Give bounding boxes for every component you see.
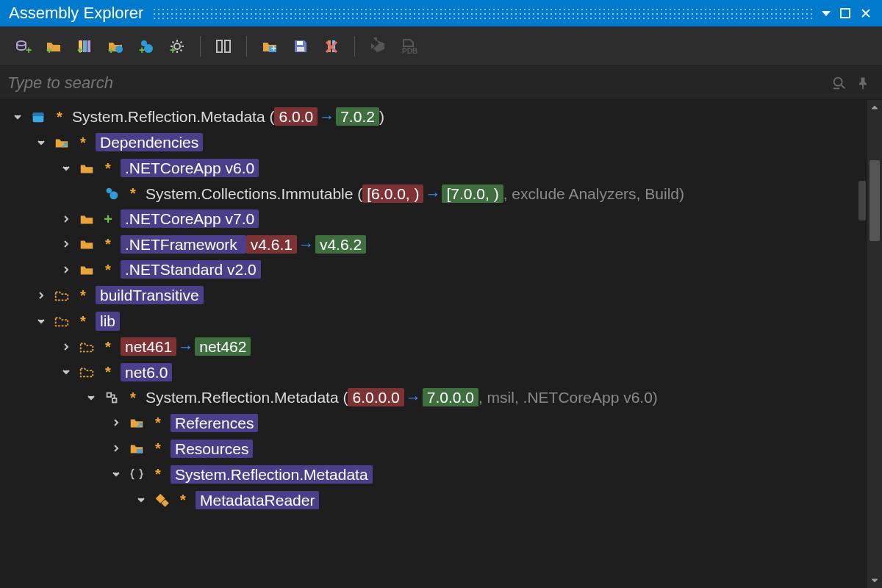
svg-text:+: +: [170, 44, 176, 55]
chevron-down-icon[interactable]: [85, 392, 97, 404]
svg-text:+: +: [26, 44, 32, 55]
search-bar: [0, 66, 882, 100]
scrollbar-thumb[interactable]: [870, 160, 880, 241]
open-settings-button[interactable]: +: [165, 34, 190, 59]
tree-row-netstandard[interactable]: * .NETStandard v2.0: [3, 257, 882, 282]
chevron-down-icon[interactable]: [110, 468, 122, 480]
minimap-indicator: [858, 181, 866, 220]
modified-mark-icon: *: [126, 390, 140, 406]
tree-row-assembly[interactable]: * System.Reflection.Metadata (6.0.0.0→7.…: [3, 385, 882, 410]
tree-row-immutable-dep[interactable]: * System.Collections.Immutable ([6.0.0, …: [3, 181, 882, 206]
scroll-down-button[interactable]: [867, 573, 882, 588]
chevron-down-icon[interactable]: [35, 137, 47, 148]
svg-point-8: [115, 46, 123, 53]
tree-row-netframework[interactable]: * .NETFramework v4.6.1→v4.6.2: [3, 232, 882, 257]
toolbar-separator: [246, 36, 247, 57]
chevron-right-icon[interactable]: [60, 238, 72, 250]
tree-row-dependencies[interactable]: * Dependencies: [3, 129, 882, 155]
chevron-right-icon[interactable]: [35, 290, 47, 301]
tree-row-resources[interactable]: * Resources: [3, 436, 882, 462]
tree-row-references[interactable]: * References: [3, 410, 882, 436]
tree-view[interactable]: * System.Reflection.Metadata (6.0.0→7.0.…: [0, 100, 882, 588]
tree-row-net6[interactable]: * net6.0: [3, 359, 882, 385]
chevron-down-icon[interactable]: [35, 315, 47, 327]
node-label: net6.0: [121, 363, 172, 381]
node-label: net461→net462: [121, 338, 251, 355]
tree-row-root[interactable]: * System.Reflection.Metadata (6.0.0→7.0.…: [3, 104, 882, 129]
open-package-stack-button[interactable]: +: [72, 34, 97, 59]
node-label: .NETCoreApp v6.0: [121, 159, 259, 177]
tree-row-metadatareader[interactable]: * MetadataReader: [3, 487, 882, 513]
nuget-icon: [103, 184, 121, 202]
remove-button[interactable]: [319, 34, 344, 59]
search-options-icon[interactable]: [828, 71, 851, 95]
chevron-down-icon[interactable]: [60, 162, 72, 174]
modified-mark-icon: *: [101, 364, 115, 380]
node-label: .NETFramework v4.6.1→v4.6.2: [121, 236, 366, 253]
tree-row-namespace[interactable]: * System.Reflection.Metadata: [3, 462, 882, 487]
svg-text:+: +: [139, 44, 145, 55]
svg-rect-15: [217, 40, 222, 52]
search-input[interactable]: [7, 74, 828, 93]
svg-rect-31: [137, 449, 142, 453]
pin-icon[interactable]: [851, 71, 875, 95]
titlebar-grip[interactable]: [152, 7, 813, 19]
svg-point-28: [110, 191, 118, 199]
tree-row-netcore7[interactable]: + .NETCoreApp v7.0: [3, 206, 882, 232]
visual-studio-button[interactable]: [365, 34, 390, 59]
vertical-scrollbar[interactable]: [867, 100, 882, 588]
node-label: .NETStandard v2.0: [121, 260, 261, 279]
scroll-up-button[interactable]: [867, 100, 882, 115]
modified-mark-icon: *: [151, 415, 165, 431]
close-button[interactable]: [856, 3, 876, 24]
svg-rect-16: [225, 40, 230, 52]
chevron-right-icon[interactable]: [110, 417, 122, 429]
tree-row-buildtransitive[interactable]: * buildTransitive: [3, 282, 882, 308]
svg-text:PDB: PDB: [402, 47, 417, 55]
node-label: buildTransitive: [96, 286, 204, 304]
svg-rect-19: [297, 41, 303, 45]
folder-icon: [78, 159, 96, 177]
modified-mark-icon: *: [151, 440, 165, 456]
title-bar: Assembly Explorer: [0, 0, 882, 26]
window-menu-dropdown-icon[interactable]: [822, 11, 831, 16]
chevron-down-icon[interactable]: [135, 494, 147, 506]
open-class-button[interactable]: +: [10, 34, 35, 59]
chevron-right-icon[interactable]: [60, 264, 72, 276]
chevron-right-icon[interactable]: [60, 213, 72, 225]
node-label: lib: [96, 312, 120, 330]
modified-mark-icon: *: [176, 492, 190, 508]
open-nuget-button[interactable]: +: [134, 34, 159, 59]
node-label: Dependencies: [96, 133, 203, 151]
toolbar: + + + + + + + PDB: [0, 26, 882, 66]
svg-text:+: +: [77, 44, 83, 55]
node-label: System.Reflection.Metadata (6.0.0.0→7.0.…: [146, 389, 658, 406]
toolbar-separator: [200, 36, 201, 57]
namespace-icon: [128, 465, 146, 483]
folder-icon: [78, 210, 96, 228]
save-button[interactable]: [288, 34, 313, 59]
open-from-web-button[interactable]: +: [103, 34, 128, 59]
tree-row-netcore6[interactable]: * .NETCoreApp v6.0: [3, 155, 882, 181]
compare-button[interactable]: [211, 34, 236, 59]
add-to-folder-button[interactable]: +: [257, 34, 282, 59]
folder-outline-icon: [53, 312, 71, 330]
chevron-down-icon[interactable]: [60, 366, 72, 378]
folder-outline-icon: [78, 338, 96, 356]
tree-row-net461[interactable]: * net461→net462: [3, 334, 882, 359]
tree-row-lib[interactable]: * lib: [3, 308, 882, 334]
folder-link-icon: [128, 414, 146, 431]
node-label: MetadataReader: [196, 491, 319, 509]
node-label: References: [171, 414, 258, 432]
svg-rect-29: [107, 392, 112, 397]
chevron-down-icon[interactable]: [12, 111, 24, 123]
chevron-right-icon[interactable]: [110, 442, 122, 454]
open-folder-button[interactable]: +: [41, 34, 66, 59]
modified-mark-icon: *: [101, 236, 115, 252]
pdb-button[interactable]: PDB: [396, 34, 421, 59]
folder-link-icon: [53, 134, 71, 151]
folder-outline-icon: [78, 363, 96, 381]
node-label: System.Reflection.Metadata: [171, 465, 373, 484]
maximize-button[interactable]: [835, 3, 856, 24]
chevron-right-icon[interactable]: [60, 341, 72, 353]
